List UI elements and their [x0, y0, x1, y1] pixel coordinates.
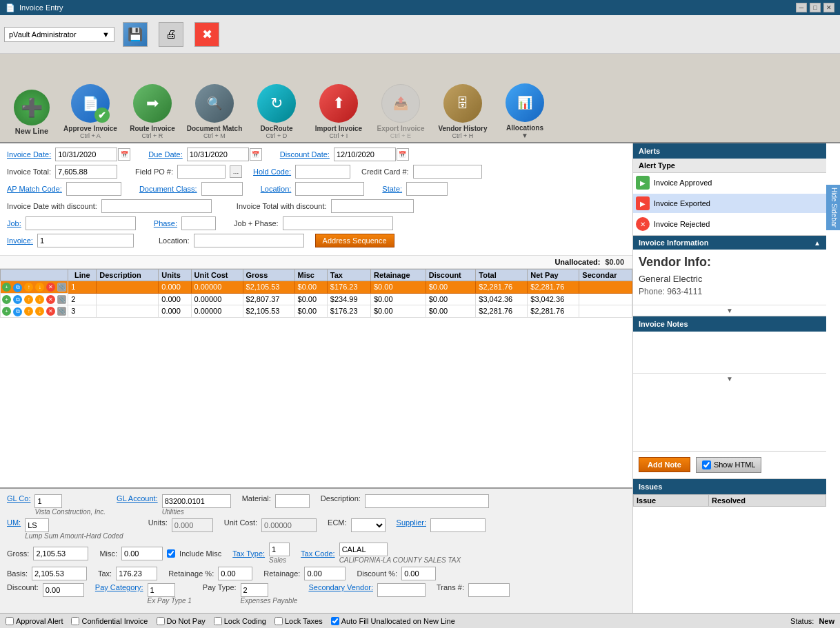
row-add-button[interactable]: +: [2, 283, 11, 292]
job-label[interactable]: Job:: [7, 219, 21, 227]
alert-item-exported[interactable]: ▶ Invoice Exported: [633, 194, 826, 213]
document-class-label[interactable]: Document Class:: [139, 185, 197, 193]
um-input[interactable]: [25, 518, 49, 532]
auto-fill-checkbox[interactable]: [331, 617, 339, 625]
row-delete-button[interactable]: ✕: [46, 295, 55, 304]
delete-button[interactable]: ✖: [192, 10, 222, 59]
ecm-select[interactable]: [351, 518, 386, 532]
supplier-label[interactable]: Supplier:: [397, 518, 426, 527]
retainage-pct-input[interactable]: [218, 567, 252, 580]
gross-input[interactable]: [33, 547, 88, 560]
row-copy-button[interactable]: ⧉: [13, 295, 22, 304]
row-copy-button[interactable]: ⧉: [13, 283, 22, 292]
invoice-date-label[interactable]: Invoice Date:: [7, 150, 51, 159]
print-button[interactable]: 🖨: [156, 10, 186, 59]
field-po-button[interactable]: …: [230, 165, 242, 178]
include-misc-checkbox[interactable]: [167, 549, 175, 558]
approval-alert-checkbox[interactable]: [6, 617, 14, 625]
row-add-button[interactable]: +: [2, 307, 11, 316]
row-copy-button[interactable]: ⧉: [13, 307, 22, 316]
location2-input[interactable]: [194, 234, 304, 247]
show-html-button[interactable]: Show HTML: [696, 457, 762, 473]
row-down-button[interactable]: ↓: [35, 283, 44, 292]
invoice-info-scroll-up[interactable]: ▲: [814, 239, 821, 247]
save-button[interactable]: 💾: [120, 10, 150, 59]
show-html-checkbox[interactable]: [702, 460, 711, 469]
invoice-notes-scroll-down[interactable]: ▼: [633, 373, 826, 384]
credit-card-input[interactable]: [413, 165, 482, 179]
invoice-info-scroll-down[interactable]: ▼: [633, 305, 826, 316]
lock-taxes-checkbox[interactable]: [274, 617, 283, 625]
hide-sidebar-button[interactable]: Hide Sidebar: [826, 185, 840, 230]
tax-code-input[interactable]: [339, 543, 388, 556]
retainage-input[interactable]: [304, 567, 346, 580]
row-delete-button[interactable]: ✕: [46, 307, 55, 316]
job-input[interactable]: [26, 216, 136, 230]
due-date-picker[interactable]: 📅: [250, 148, 262, 161]
alert-item-rejected[interactable]: ✕ Invoice Rejected: [633, 214, 826, 234]
do-not-pay-checkbox[interactable]: [157, 617, 165, 625]
um-label[interactable]: UM:: [7, 518, 21, 527]
allocations-button[interactable]: 📊 Allocations ▼: [494, 63, 556, 139]
hold-code-input[interactable]: [295, 165, 350, 179]
ap-match-input[interactable]: [66, 182, 121, 196]
field-po-input[interactable]: [177, 165, 226, 179]
unit-cost-input[interactable]: [261, 518, 317, 532]
description-input[interactable]: [365, 494, 489, 508]
docroute-button[interactable]: ↻ DocRoute Ctrl + D: [246, 63, 308, 139]
document-class-input[interactable]: [201, 182, 243, 196]
address-sequence-button[interactable]: Address Sequence: [315, 234, 394, 247]
job-phase-input[interactable]: [283, 216, 393, 230]
supplier-input[interactable]: [430, 518, 486, 532]
invoice-field-input[interactable]: [37, 234, 134, 247]
discount-date-input[interactable]: [334, 148, 396, 161]
pay-category-input[interactable]: [148, 583, 175, 597]
ap-match-label[interactable]: AP Match Code:: [7, 185, 62, 193]
tax-type-input[interactable]: [269, 543, 290, 556]
gl-account-input[interactable]: [162, 494, 231, 508]
row-attach-button[interactable]: 📎: [57, 283, 66, 292]
import-invoice-button[interactable]: ⬆ Import Invoice Ctrl + I: [308, 63, 370, 139]
gl-co-label[interactable]: GL Co:: [7, 494, 30, 503]
row-attach-button[interactable]: 📎: [57, 307, 66, 316]
invoice-field-label[interactable]: Invoice:: [7, 236, 33, 245]
hold-code-label[interactable]: Hold Code:: [253, 168, 291, 176]
add-note-button[interactable]: Add Note: [639, 457, 690, 472]
new-line-button[interactable]: ➕ New Line: [4, 63, 59, 139]
row-up-button[interactable]: ↑: [24, 307, 33, 316]
trans-input[interactable]: [468, 583, 510, 597]
alert-item-approved[interactable]: ▶ Invoice Approved: [633, 173, 826, 192]
basis-input[interactable]: [32, 567, 87, 580]
discount-pct-input[interactable]: [401, 567, 436, 580]
phase-label[interactable]: Phase:: [154, 219, 177, 227]
invoice-date-picker[interactable]: 📅: [118, 148, 130, 161]
material-input[interactable]: [275, 494, 310, 508]
secondary-vendor-input[interactable]: [377, 583, 426, 597]
discount-date-label[interactable]: Discount Date:: [280, 150, 330, 159]
invoice-date-input[interactable]: [55, 148, 117, 161]
row-up-button[interactable]: ↑: [24, 295, 33, 304]
maximize-button[interactable]: □: [810, 3, 821, 12]
row-up-button[interactable]: ↑: [24, 283, 33, 292]
invoice-total-input[interactable]: [55, 165, 117, 179]
lock-coding-checkbox[interactable]: [214, 617, 222, 625]
phase-input[interactable]: [181, 216, 216, 230]
discount-input[interactable]: [43, 583, 84, 597]
route-invoice-button[interactable]: ➡ Route Invoice Ctrl + R: [121, 63, 183, 139]
row-attach-button[interactable]: 📎: [57, 295, 66, 304]
user-dropdown[interactable]: pVault Administrator ▼: [4, 27, 114, 42]
close-button[interactable]: ✕: [823, 3, 834, 12]
discount-date-picker[interactable]: 📅: [397, 148, 409, 161]
units-input[interactable]: [172, 518, 213, 532]
row-down-button[interactable]: ↓: [35, 295, 44, 304]
location-input[interactable]: [295, 182, 364, 196]
approve-invoice-button[interactable]: 📄 ✔ Approve Invoice Ctrl + A: [59, 63, 121, 139]
pay-type-input[interactable]: [241, 583, 268, 597]
due-date-label[interactable]: Due Date:: [148, 150, 183, 159]
tax-code-label[interactable]: Tax Code:: [301, 549, 335, 558]
vendor-history-button[interactable]: 🗄 Vendor History Ctrl + H: [432, 63, 494, 139]
confidential-checkbox[interactable]: [71, 617, 79, 625]
pay-category-label[interactable]: Pay Category:: [95, 583, 143, 591]
gl-co-input[interactable]: [34, 494, 62, 508]
document-match-button[interactable]: 🔍 Document Match Ctrl + M: [183, 63, 246, 139]
